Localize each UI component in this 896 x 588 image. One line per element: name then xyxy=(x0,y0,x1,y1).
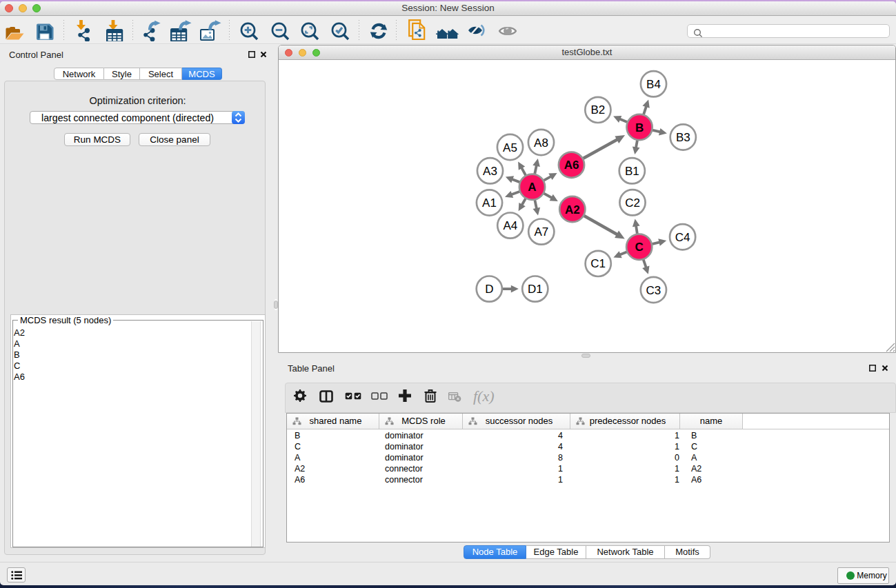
svg-text:B2: B2 xyxy=(591,103,606,116)
svg-text:A1: A1 xyxy=(482,196,497,210)
svg-text:B1: B1 xyxy=(625,165,639,178)
svg-text:C: C xyxy=(635,241,644,254)
svg-text:C2: C2 xyxy=(625,196,640,210)
svg-text:A3: A3 xyxy=(483,165,497,178)
svg-text:C1: C1 xyxy=(590,257,606,270)
svg-text:C3: C3 xyxy=(646,284,661,297)
svg-text:A7: A7 xyxy=(534,225,548,239)
svg-text:A5: A5 xyxy=(503,141,517,154)
svg-text:D1: D1 xyxy=(528,283,543,296)
svg-text:B: B xyxy=(635,121,644,134)
svg-text:A4: A4 xyxy=(503,219,517,232)
svg-text:A: A xyxy=(528,181,536,194)
svg-text:D: D xyxy=(485,283,493,296)
svg-text:A6: A6 xyxy=(564,159,579,172)
svg-text:B3: B3 xyxy=(676,131,690,144)
svg-text:A8: A8 xyxy=(534,136,548,150)
svg-text:A2: A2 xyxy=(565,203,580,216)
svg-text:B4: B4 xyxy=(646,78,661,91)
svg-text:C4: C4 xyxy=(675,231,690,244)
